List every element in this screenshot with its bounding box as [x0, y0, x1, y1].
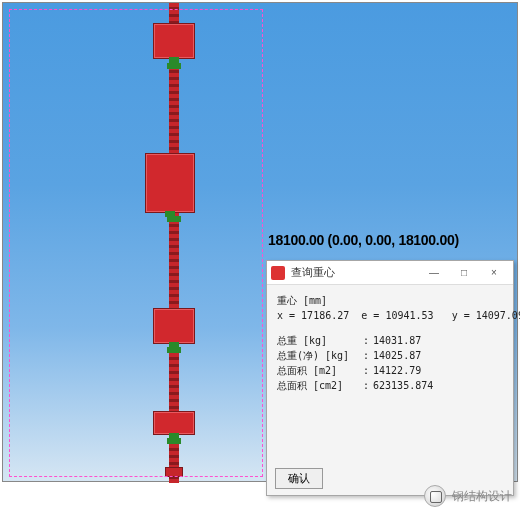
watermark-icon — [424, 485, 446, 507]
row-label: 总重(净) [kg] — [277, 348, 359, 363]
row-value: 14031.87 — [373, 333, 421, 348]
row-label: 总重 [kg] — [277, 333, 359, 348]
watermark-text: 钢结构设计 — [452, 488, 512, 505]
cog-dialog: 查询重心 — □ × 重心 [mm] x = 17186.27 e = 1094… — [266, 260, 514, 496]
selection-rectangle — [9, 9, 263, 477]
dialog-body: 重心 [mm] x = 17186.27 e = 10941.53 y = 14… — [267, 285, 513, 397]
row-value: 14025.87 — [373, 348, 421, 363]
watermark: 钢结构设计 — [424, 485, 512, 507]
app-icon — [271, 266, 285, 280]
row-value: 14122.79 — [373, 363, 421, 378]
cog-x-value: 17186.27 — [301, 308, 349, 323]
maximize-button[interactable]: □ — [449, 263, 479, 283]
close-button[interactable]: × — [479, 263, 509, 283]
table-row: 总面积 [m2] : 14122.79 — [277, 363, 503, 378]
row-value: 623135.874 — [373, 378, 433, 393]
cog-e-value: 10941.53 — [385, 308, 433, 323]
table-row: 总面积 [cm2] : 623135.874 — [277, 378, 503, 393]
row-label: 总面积 [m2] — [277, 363, 359, 378]
cog-label: 重心 [mm] — [277, 293, 327, 308]
ok-button[interactable]: 确认 — [275, 468, 323, 489]
table-row: 总重 [kg] : 14031.87 — [277, 333, 503, 348]
cog-heading: 重心 [mm] — [277, 293, 503, 308]
cog-values: x = 17186.27 e = 10941.53 y = 14097.09 — [277, 308, 503, 323]
cog-x-label: x = — [277, 308, 295, 323]
dialog-titlebar[interactable]: 查询重心 — □ × — [267, 261, 513, 285]
minimize-button[interactable]: — — [419, 263, 449, 283]
cog-y-value: 14097.09 — [476, 308, 520, 323]
dialog-title: 查询重心 — [291, 265, 419, 280]
coordinate-readout: 18100.00 (0.00, 0.00, 18100.00) — [268, 232, 459, 248]
totals-section: 总重 [kg] : 14031.87 总重(净) [kg] : 14025.87… — [277, 333, 503, 393]
row-label: 总面积 [cm2] — [277, 378, 359, 393]
cog-y-label: y = — [452, 308, 470, 323]
table-row: 总重(净) [kg] : 14025.87 — [277, 348, 503, 363]
cog-e-label: e = — [361, 308, 379, 323]
